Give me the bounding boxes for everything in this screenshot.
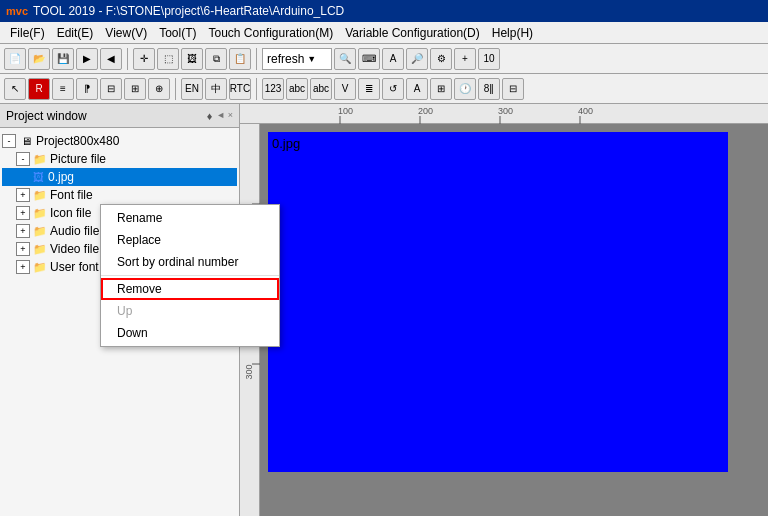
video-folder-label: Video file xyxy=(50,242,99,256)
tb-zoom-out[interactable]: 🔍 xyxy=(334,48,356,70)
separator-2 xyxy=(256,48,257,70)
app-title: TOOL 2019 - F:\STONE\project\6-HeartRate… xyxy=(33,4,344,18)
svg-text:300: 300 xyxy=(244,364,254,379)
project-window-header: Project window ♦ ◄ × xyxy=(0,104,239,128)
ctx-separator xyxy=(101,275,279,276)
ruler-top-ticks: 100 200 300 400 xyxy=(260,104,768,124)
tb2-btn-3[interactable]: ≡ xyxy=(52,78,74,100)
menu-help[interactable]: Help(H) xyxy=(486,24,539,42)
svg-text:100: 100 xyxy=(338,106,353,116)
menu-touch-config[interactable]: Touch Configuration(M) xyxy=(203,24,340,42)
menu-file[interactable]: File(F) xyxy=(4,24,51,42)
tree-picture-folder[interactable]: - 📁 Picture file xyxy=(2,150,237,168)
toolbar-2: ↖ R ≡ ⁋ ⊟ ⊞ ⊕ EN 中 RTC 123 abc abc V ≣ ↺… xyxy=(0,74,768,104)
toolbar-1: 📄 📂 💾 ▶ ◀ ✛ ⬚ 🖼 ⧉ 📋 refresh ▼ 🔍 ⌨ A 🔎 ⚙ … xyxy=(0,44,768,74)
project-window-controls: ♦ ◄ × xyxy=(207,110,233,122)
ctx-replace[interactable]: Replace xyxy=(101,229,279,251)
open-button[interactable]: 📂 xyxy=(28,48,50,70)
tree-font-folder[interactable]: + 📁 Font file xyxy=(2,186,237,204)
tb-btn-copy[interactable]: ⧉ xyxy=(205,48,227,70)
app-icon: mvc xyxy=(6,5,28,17)
tb-btn-paste[interactable]: 📋 xyxy=(229,48,251,70)
tb-btn-cursor[interactable]: ✛ xyxy=(133,48,155,70)
new-button[interactable]: 📄 xyxy=(4,48,26,70)
project-window-title: Project window xyxy=(6,109,87,123)
tb-btn-a[interactable]: A xyxy=(382,48,404,70)
refresh-dropdown[interactable]: refresh ▼ xyxy=(262,48,332,70)
userfont-folder-icon: 📁 xyxy=(32,259,48,275)
icon-folder-label: Icon file xyxy=(50,206,91,220)
ctx-rename[interactable]: Rename xyxy=(101,207,279,229)
audio-expand[interactable]: + xyxy=(16,224,30,238)
tb2-a2[interactable]: A xyxy=(406,78,428,100)
save-button[interactable]: 💾 xyxy=(52,48,74,70)
menu-bar: File(F) Edit(E) View(V) Tool(T) Touch Co… xyxy=(0,22,768,44)
tb-zoom-in[interactable]: 🔎 xyxy=(406,48,428,70)
icon-folder-icon: 📁 xyxy=(32,205,48,221)
tb2-grid[interactable]: ⊞ xyxy=(430,78,452,100)
tree-0jpg[interactable]: 🖼 0.jpg xyxy=(2,168,237,186)
tb-btn-4[interactable]: ▶ xyxy=(76,48,98,70)
tb2-clock[interactable]: 🕐 xyxy=(454,78,476,100)
auto-hide-label: ◄ × xyxy=(216,110,233,122)
tb-num[interactable]: 10 xyxy=(478,48,500,70)
separator-4 xyxy=(256,78,257,100)
ctx-sort[interactable]: Sort by ordinal number xyxy=(101,251,279,273)
canvas-content: 0.jpg xyxy=(268,132,728,472)
picture-folder-label: Picture file xyxy=(50,152,106,166)
jpg-file-icon: 🖼 xyxy=(30,169,46,185)
canvas-scroll-area[interactable]: 0.jpg xyxy=(260,124,768,516)
tb-btn-select[interactable]: ⬚ xyxy=(157,48,179,70)
main-area: Project window ♦ ◄ × - 🖥 Project800x480 … xyxy=(0,104,768,516)
tb-add[interactable]: + xyxy=(454,48,476,70)
tree-root[interactable]: - 🖥 Project800x480 xyxy=(2,132,237,150)
tb-btn-5[interactable]: ◀ xyxy=(100,48,122,70)
tb2-btn-2[interactable]: R xyxy=(28,78,50,100)
tb2-abc2[interactable]: abc xyxy=(310,78,332,100)
separator-1 xyxy=(127,48,128,70)
tb2-cn[interactable]: 中 xyxy=(205,78,227,100)
tb2-811[interactable]: 8‖ xyxy=(478,78,500,100)
tb2-v[interactable]: V xyxy=(334,78,356,100)
pin-button[interactable]: ♦ xyxy=(207,110,213,122)
picture-expand[interactable]: - xyxy=(16,152,30,166)
menu-tool[interactable]: Tool(T) xyxy=(153,24,202,42)
title-bar: mvc TOOL 2019 - F:\STONE\project\6-Heart… xyxy=(0,0,768,22)
font-expand[interactable]: + xyxy=(16,188,30,202)
project-window: Project window ♦ ◄ × - 🖥 Project800x480 … xyxy=(0,104,240,516)
tb-btn-pic[interactable]: 🖼 xyxy=(181,48,203,70)
tb2-misc[interactable]: ⊟ xyxy=(502,78,524,100)
audio-folder-label: Audio file xyxy=(50,224,99,238)
tb2-btn-4[interactable]: ⁋ xyxy=(76,78,98,100)
video-expand[interactable]: + xyxy=(16,242,30,256)
tb2-123[interactable]: 123 xyxy=(262,78,284,100)
ctx-down[interactable]: Down xyxy=(101,322,279,344)
menu-edit[interactable]: Edit(E) xyxy=(51,24,100,42)
tb2-btn-5[interactable]: ⊟ xyxy=(100,78,122,100)
root-expand[interactable]: - xyxy=(2,134,16,148)
font-folder-icon: 📁 xyxy=(32,187,48,203)
tb-settings[interactable]: ⚙ xyxy=(430,48,452,70)
tb2-rtc[interactable]: RTC xyxy=(229,78,251,100)
icon-expand[interactable]: + xyxy=(16,206,30,220)
tb-keyboard[interactable]: ⌨ xyxy=(358,48,380,70)
canvas-filename: 0.jpg xyxy=(272,136,300,151)
tb2-refresh2[interactable]: ↺ xyxy=(382,78,404,100)
tb2-btn-7[interactable]: ⊕ xyxy=(148,78,170,100)
canvas-background: 0.jpg xyxy=(260,124,768,516)
root-label: Project800x480 xyxy=(36,134,119,148)
tb2-btn-6[interactable]: ⊞ xyxy=(124,78,146,100)
ctx-remove[interactable]: Remove xyxy=(101,278,279,300)
tb2-btn-1[interactable]: ↖ xyxy=(4,78,26,100)
svg-text:400: 400 xyxy=(578,106,593,116)
menu-variable-config[interactable]: Variable Configuration(D) xyxy=(339,24,486,42)
menu-view[interactable]: View(V) xyxy=(99,24,153,42)
svg-text:300: 300 xyxy=(498,106,513,116)
userfont-expand[interactable]: + xyxy=(16,260,30,274)
tb2-abc[interactable]: abc xyxy=(286,78,308,100)
audio-folder-icon: 📁 xyxy=(32,223,48,239)
font-folder-label: Font file xyxy=(50,188,93,202)
canvas-area: 100 200 300 400 100 200 300 xyxy=(240,104,768,516)
tb2-lines[interactable]: ≣ xyxy=(358,78,380,100)
tb2-en[interactable]: EN xyxy=(181,78,203,100)
